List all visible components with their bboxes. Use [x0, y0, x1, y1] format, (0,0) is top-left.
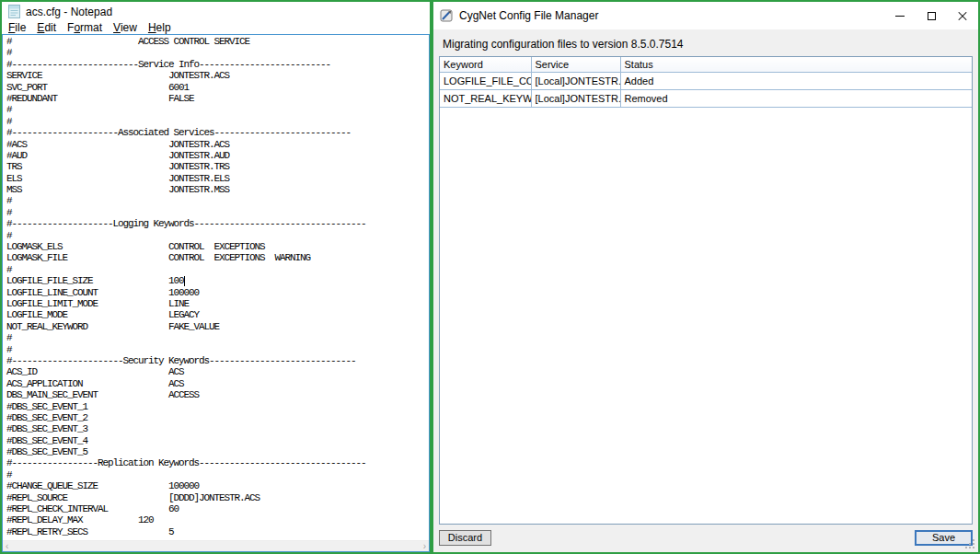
notepad-line: # — [6, 195, 429, 206]
notepad-line: SERVICE JONTESTR.ACS — [6, 70, 429, 81]
cell-service: [Local]JONTESTR.ACS — [531, 73, 620, 90]
horizontal-scrollbar[interactable]: ‹ › — [3, 540, 429, 551]
table-row[interactable]: LOGFILE_FILE_COUNT[Local]JONTESTR.ACSAdd… — [440, 73, 972, 90]
notepad-line: # — [6, 230, 429, 241]
cell-keyword: NOT_REAL_KEYWORD — [440, 90, 531, 108]
manager-titlebar[interactable]: CygNet Config File Manager — [433, 2, 978, 29]
notepad-line: # — [6, 469, 429, 480]
notepad-icon — [8, 5, 20, 18]
notepad-line: #----------------------Security Keywords… — [6, 355, 429, 366]
menu-file[interactable]: File — [3, 21, 31, 34]
notepad-line: # — [6, 207, 429, 218]
maximize-button[interactable] — [916, 2, 947, 29]
notepad-line: # ACCESS CONTROL SERVICE — [6, 36, 429, 47]
cell-keyword: LOGFILE_FILE_COUNT — [440, 73, 531, 90]
notepad-line: LOGFILE_MODE LEGACY — [6, 309, 429, 320]
notepad-line: #DBS_SEC_EVENT_5 — [6, 446, 429, 457]
maximize-icon — [928, 12, 936, 20]
cell-service: [Local]JONTESTR.ACS — [531, 90, 620, 108]
notepad-line: ACS_APPLICATION ACS — [6, 378, 429, 389]
cell-status: Added — [620, 73, 972, 90]
manager-footer: Discard Save — [433, 525, 978, 550]
notepad-line: # — [6, 116, 429, 127]
notepad-menubar: FileEditFormatViewHelp — [2, 21, 430, 34]
notepad-line: #REPL_RETRY_SECS 5 — [6, 526, 429, 537]
notepad-line: #DBS_SEC_EVENT_4 — [6, 435, 429, 446]
notepad-line: LOGFILE_LIMIT_MODE LINE — [6, 298, 429, 309]
column-header-status[interactable]: Status — [620, 57, 972, 73]
notepad-line: #REPL_CHECK_INTERVAL 60 — [6, 503, 429, 514]
config-manager-window: CygNet Config File Manager Migrating con… — [432, 0, 980, 554]
migration-table: KeywordServiceStatus LOGFILE_FILE_COUNT[… — [439, 56, 973, 525]
menu-help[interactable]: Help — [143, 21, 177, 34]
column-header-keyword[interactable]: Keyword — [440, 57, 531, 73]
notepad-line: SVC_PORT 6001 — [6, 82, 429, 93]
notepad-line: #AUD JONTESTR.AUD — [6, 150, 429, 161]
notepad-line: # — [6, 332, 429, 343]
notepad-line: #CHANGE_QUEUE_SIZE 100000 — [6, 480, 429, 491]
migration-status-text: Migrating configuration files to version… — [443, 38, 973, 51]
discard-button[interactable]: Discard — [439, 530, 491, 546]
manager-window-title: CygNet Config File Manager — [459, 9, 878, 22]
text-caret — [184, 276, 185, 286]
scroll-right-icon[interactable]: › — [423, 542, 426, 551]
notepad-window: acs.cfg - Notepad FileEditFormatViewHelp… — [0, 0, 432, 554]
notepad-line: DBS_MAIN_SEC_EVENT ACCESS — [6, 389, 429, 400]
resize-grip[interactable] — [966, 540, 974, 548]
notepad-line: LOGMASK_ELS CONTROL EXCEPTIONS — [6, 241, 429, 252]
column-header-service[interactable]: Service — [531, 57, 620, 73]
notepad-line: LOGMASK_FILE CONTROL EXCEPTIONS WARNING — [6, 252, 429, 263]
notepad-titlebar[interactable]: acs.cfg - Notepad — [2, 2, 430, 21]
notepad-line: #-----------------Replication Keywords--… — [6, 457, 429, 468]
notepad-line: # — [6, 104, 429, 115]
notepad-line: MSS JONTESTR.MSS — [6, 184, 429, 195]
minimize-button[interactable] — [884, 2, 916, 29]
window-controls — [884, 2, 978, 29]
migration-table-body: LOGFILE_FILE_COUNT[Local]JONTESTR.ACSAdd… — [440, 73, 972, 108]
notepad-line: #---------------------Associated Service… — [6, 127, 429, 138]
notepad-line: LOGFILE_LINE_COUNT 100000 — [6, 287, 429, 298]
menu-format[interactable]: Format — [62, 21, 108, 34]
close-button[interactable] — [947, 2, 978, 29]
notepad-line: # — [6, 47, 429, 58]
notepad-line: #-------------------------Service Info--… — [6, 59, 429, 70]
notepad-text-area[interactable]: # ACCESS CONTROL SERVICE##--------------… — [2, 34, 430, 552]
notepad-line: ACS_ID ACS — [6, 366, 429, 377]
notepad-line: #DBS_SEC_EVENT_1 — [6, 401, 429, 412]
notepad-window-title: acs.cfg - Notepad — [26, 6, 112, 18]
notepad-line: NOT_REAL_KEYWORD FAKE_VALUE — [6, 321, 429, 332]
notepad-line: # — [6, 344, 429, 355]
notepad-line: #ACS JONTESTR.ACS — [6, 139, 429, 150]
minimize-icon — [895, 16, 905, 17]
notepad-line: #REPL_SOURCE [DDDD]JONTESTR.ACS — [6, 492, 429, 503]
scroll-left-icon[interactable]: ‹ — [6, 542, 8, 551]
notepad-line: TRS JONTESTR.TRS — [6, 161, 429, 172]
notepad-line: # — [6, 264, 429, 275]
table-header-row: KeywordServiceStatus — [440, 57, 972, 73]
notepad-text: # ACCESS CONTROL SERVICE##--------------… — [3, 35, 429, 537]
cell-status: Removed — [620, 90, 972, 108]
notepad-line: #DBS_SEC_EVENT_2 — [6, 412, 429, 423]
close-icon — [957, 10, 968, 21]
notepad-line: #--------------------Logging Keywords---… — [6, 218, 429, 229]
notepad-line: ELS JONTESTR.ELS — [6, 173, 429, 184]
cygnet-icon — [440, 9, 453, 22]
notepad-line: LOGFILE_FILE_SIZE 100 — [6, 275, 429, 286]
save-button[interactable]: Save — [915, 530, 973, 546]
notepad-line: #DBS_SEC_EVENT_3 — [6, 423, 429, 434]
notepad-line: #REDUNDANT FALSE — [6, 93, 429, 104]
table-row[interactable]: NOT_REAL_KEYWORD[Local]JONTESTR.ACSRemov… — [440, 90, 972, 108]
notepad-line: #REPL_DELAY_MAX 120 — [6, 514, 429, 525]
menu-view[interactable]: View — [108, 21, 143, 34]
menu-edit[interactable]: Edit — [31, 21, 62, 34]
